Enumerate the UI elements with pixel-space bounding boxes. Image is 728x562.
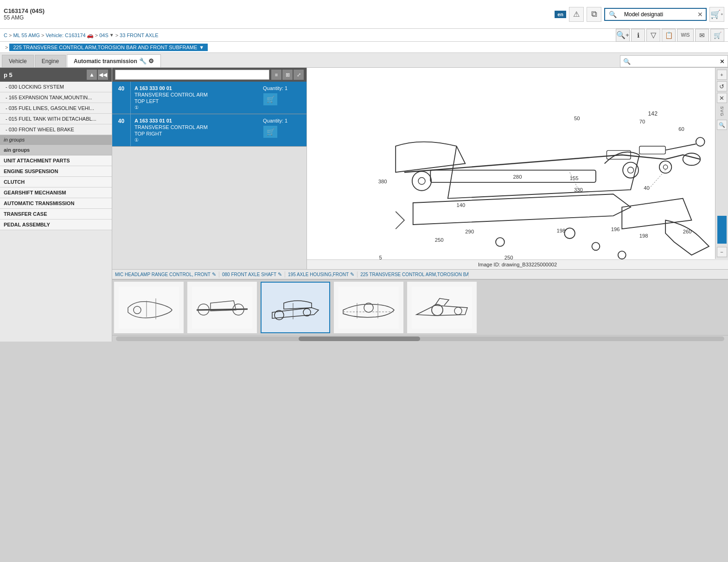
thumbnail-bar	[112, 279, 728, 335]
tab-engine[interactable]: Engine	[35, 55, 66, 67]
copy-icon-btn[interactable]: ⧉	[587, 7, 601, 22]
sidebar-automatic-transmission[interactable]: AUTOMATIC TRANSMISSION	[0, 198, 112, 209]
tab-automatic-transmission[interactable]: Automatic transmission 🔧 ⚙	[67, 54, 161, 67]
blue-side-bar[interactable]	[717, 216, 727, 244]
diagram-svg: 142 50 70 60	[307, 68, 728, 259]
qty-label-1: Quantity: 1	[263, 85, 287, 91]
part-name-2: TRANSVERSE CONTROL ARM	[134, 124, 256, 130]
wis-icon-btn[interactable]: WIS	[677, 29, 694, 42]
sidebar-item-015-fuel-tank[interactable]: - 015 FUEL TANK WITH DETACHABL...	[0, 114, 112, 124]
svg-text:250: 250	[504, 255, 513, 259]
thumb-label-1[interactable]: 080 FRONT AXLE SHAFT ✎	[219, 271, 285, 278]
breadcrumb-vehicle[interactable]: Vehicle: C163174 🚗	[46, 32, 94, 39]
bottom-scrollbar[interactable]	[112, 335, 728, 342]
cart-add-icon-btn[interactable]: 🛒+	[709, 7, 724, 22]
thumb-label-3[interactable]: 225 TRANSVERSE CONTROL ARM,TOROSION BAR …	[358, 271, 469, 278]
part-row-2[interactable]: 40 A 163 333 01 01 TRANSVERSE CONTROL AR…	[112, 114, 307, 147]
zoom-plus-btn[interactable]: +	[717, 70, 727, 80]
sidebar-item-035-fuel-lines[interactable]: - 035 FUEL LINES, GASOLINE VEHI...	[0, 103, 112, 114]
app-title: C163174 (04S)	[4, 7, 45, 14]
toolbar-search-icon: 🔍	[620, 57, 633, 66]
thumbnail-3[interactable]	[334, 282, 403, 333]
sidebar-collapse-btn[interactable]: ▲	[87, 70, 97, 80]
zoom-minus-btn[interactable]: −	[717, 247, 727, 257]
sidebar-transfer-case[interactable]: TRANSFER CASE	[0, 209, 112, 220]
top-bar: C163174 (04S) 55 AMG en ⚠ ⧉ 🔍 ✕ 🛒+	[0, 0, 728, 29]
svg-rect-44	[265, 287, 326, 329]
cart-icon-btn[interactable]: 🛒	[710, 29, 724, 42]
thumbnail-0[interactable]	[114, 282, 184, 333]
thumbnail-2[interactable]	[261, 282, 330, 333]
svg-text:196: 196	[611, 226, 620, 232]
sidebar-list: - 030 LOCKING SYSTEM - 165 EXPANSION TAN…	[0, 82, 112, 342]
zoom-in-right-btn[interactable]: 🔍	[717, 120, 727, 130]
parts-search-input[interactable]	[115, 70, 269, 80]
breadcrumb-front-axle[interactable]: 33 FRONT AXLE	[120, 32, 159, 38]
thumbnail-4[interactable]	[407, 282, 477, 333]
thumb-svg-0	[119, 287, 179, 329]
sidebar-close-btn[interactable]: ◀◀	[98, 70, 108, 80]
sidebar-gearshift-mechanism[interactable]: GEARSHIFT MECHANISM	[0, 187, 112, 198]
thumb-label-2[interactable]: 195 AXLE HOUSING,FRONT ✎	[285, 271, 358, 278]
content-area: ≡ ⊞ ⤢ 40 A 163 333 00 01 TRANSVERSE CONT…	[112, 68, 728, 342]
expand-view-btn[interactable]: ⤢	[294, 70, 304, 80]
breadcrumb-ml55amg[interactable]: ML 55 AMG	[13, 32, 40, 38]
cart-btn-2[interactable]: 🛒	[263, 125, 278, 138]
zoom-in-icon-btn[interactable]: 🔍+	[616, 29, 630, 42]
thumbnail-1[interactable]	[187, 282, 257, 333]
sidebar-pedal-assembly[interactable]: PEDAL ASSEMBLY	[0, 220, 112, 230]
tab-vehicle-label: Vehicle	[9, 58, 27, 65]
svg-text:330: 330	[574, 187, 583, 193]
toolbar-search-input[interactable]	[633, 57, 717, 65]
breadcrumb-bar: C > ML 55 AMG > Vehicle: C163174 🚗 > 04S…	[0, 29, 728, 42]
part-info-2: A 163 333 01 01 TRANSVERSE CONTROL ARM T…	[131, 114, 260, 146]
svg-text:155: 155	[570, 175, 579, 181]
list-view-btn[interactable]: ≡	[271, 70, 281, 80]
search-icon: 🔍	[605, 9, 620, 20]
cart-btn-1[interactable]: 🛒	[263, 93, 278, 106]
svg-text:50: 50	[574, 116, 580, 121]
thumb-svg-3	[338, 287, 399, 329]
scroll-thumb[interactable]	[299, 336, 420, 341]
thumb-svg-4	[412, 287, 472, 329]
main-groups-header: ain groups	[0, 145, 112, 155]
part-qty-2: Quantity: 1 🛒	[260, 114, 307, 146]
sidebar-engine-suspension[interactable]: ENGINE SUSPENSION	[0, 166, 112, 177]
app-title-area: C163174 (04S) 55 AMG	[4, 7, 45, 21]
sidebar-unit-attachment-parts[interactable]: UNIT ATTACHMENT PARTS	[0, 155, 112, 166]
breadcrumb-dropdown-icon[interactable]: ▼	[199, 45, 204, 50]
sidebar-clutch[interactable]: CLUTCH	[0, 177, 112, 187]
filter-icon-btn[interactable]: ▽	[646, 29, 660, 42]
breadcrumb-sub-item[interactable]: 225 TRANSVERSE CONTROL ARM,TOROSION BAR …	[9, 44, 208, 51]
rotate-btn[interactable]: ↺	[717, 81, 727, 91]
main-area: p 5 ▲ ◀◀ - 030 LOCKING SYSTEM - 165 EXPA…	[0, 68, 728, 342]
thumb-label-0[interactable]: MIC HEADLAMP RANGE CONTROL, FRONT ✎	[112, 271, 219, 278]
info-icon-btn[interactable]: ℹ	[631, 29, 645, 42]
sidebar: p 5 ▲ ◀◀ - 030 LOCKING SYSTEM - 165 EXPA…	[0, 68, 112, 342]
svg-text:142: 142	[648, 110, 658, 117]
app-subtitle: 55 AMG	[4, 14, 45, 21]
cross-btn[interactable]: ✕	[717, 93, 727, 103]
sidebar-item-030-wheel-brake[interactable]: - 030 FRONT WHEEL BRAKE	[0, 124, 112, 135]
tab-vehicle[interactable]: Vehicle	[2, 55, 34, 67]
part-note-2: ①	[134, 137, 256, 142]
svg-label: SVG	[720, 106, 724, 116]
language-badge[interactable]: en	[555, 11, 566, 18]
scroll-track[interactable]	[116, 336, 724, 341]
breadcrumb-04s[interactable]: 04S ▼	[99, 32, 114, 38]
report-icon-btn[interactable]: 📋	[662, 29, 676, 42]
mail-icon-btn[interactable]: ✉	[695, 29, 709, 42]
thumb-svg-2	[265, 287, 326, 329]
grid-view-btn[interactable]: ⊞	[282, 70, 293, 80]
model-search-input[interactable]	[620, 9, 695, 19]
toolbar-search-clear[interactable]: ✕	[717, 57, 728, 66]
parts-view-icons: ≡ ⊞ ⤢	[271, 70, 304, 80]
warning-icon-btn[interactable]: ⚠	[569, 7, 584, 22]
breadcrumb-c[interactable]: C	[4, 32, 7, 38]
search-clear-icon[interactable]: ✕	[695, 9, 706, 20]
sidebar-item-030-locking[interactable]: - 030 LOCKING SYSTEM	[0, 82, 112, 92]
sidebar-item-165-expansion[interactable]: - 165 EXPANSION TANK,MOUNTIN...	[0, 92, 112, 103]
qty-label-2: Quantity: 1	[263, 118, 287, 123]
svg-text:290: 290	[465, 229, 474, 234]
part-row-1[interactable]: 40 A 163 333 00 01 TRANSVERSE CONTROL AR…	[112, 82, 307, 114]
